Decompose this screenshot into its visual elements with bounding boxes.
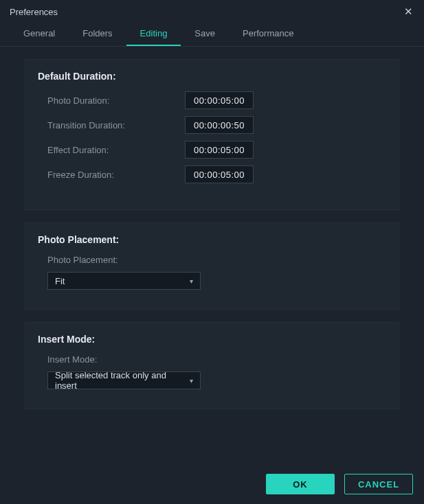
select-insert-mode[interactable]: Split selected track only and insert ▾ — [47, 371, 201, 389]
chevron-down-icon: ▾ — [190, 377, 193, 385]
tab-performance[interactable]: Performance — [229, 23, 307, 46]
input-freeze-duration[interactable]: 00:00:05:00 — [185, 165, 254, 183]
cancel-button[interactable]: CANCEL — [344, 474, 413, 494]
titlebar: Preferences ✕ — [0, 0, 424, 23]
row-photo-duration: Photo Duration: 00:00:05:00 — [38, 91, 386, 109]
chevron-down-icon: ▾ — [190, 277, 193, 285]
panel-title-insert-mode: Insert Mode: — [38, 334, 386, 345]
label-insert-mode: Insert Mode: — [38, 354, 386, 365]
panel-title-default-duration: Default Duration: — [38, 71, 386, 82]
select-photo-placement[interactable]: Fit ▾ — [47, 272, 201, 290]
select-photo-placement-value: Fit — [55, 276, 65, 286]
tab-save[interactable]: Save — [181, 23, 229, 46]
content-area: Default Duration: Photo Duration: 00:00:… — [0, 47, 424, 409]
ok-button[interactable]: OK — [266, 474, 335, 494]
panel-insert-mode: Insert Mode: Insert Mode: Split selected… — [25, 322, 399, 409]
input-photo-duration[interactable]: 00:00:05:00 — [185, 91, 254, 109]
row-effect-duration: Effect Duration: 00:00:05:00 — [38, 141, 386, 159]
panel-default-duration: Default Duration: Photo Duration: 00:00:… — [25, 59, 399, 210]
row-transition-duration: Transition Duration: 00:00:00:50 — [38, 116, 386, 134]
select-insert-mode-value: Split selected track only and insert — [55, 370, 181, 391]
label-photo-placement: Photo Placement: — [38, 255, 386, 265]
window-title: Preferences — [10, 7, 58, 17]
tab-editing[interactable]: Editing — [126, 23, 181, 46]
close-button[interactable]: ✕ — [402, 5, 414, 18]
row-freeze-duration: Freeze Duration: 00:00:05:00 — [38, 165, 386, 183]
tab-folders[interactable]: Folders — [69, 23, 126, 46]
label-transition-duration: Transition Duration: — [47, 120, 185, 130]
tab-general[interactable]: General — [10, 23, 69, 46]
panel-title-photo-placement: Photo Placement: — [38, 234, 386, 245]
close-icon: ✕ — [404, 5, 413, 18]
input-transition-duration[interactable]: 00:00:00:50 — [185, 116, 254, 134]
label-effect-duration: Effect Duration: — [47, 145, 185, 155]
panel-photo-placement: Photo Placement: Photo Placement: Fit ▾ — [25, 222, 399, 310]
footer-buttons: OK CANCEL — [266, 474, 413, 494]
input-effect-duration[interactable]: 00:00:05:00 — [185, 141, 254, 159]
label-freeze-duration: Freeze Duration: — [47, 170, 185, 180]
tabs-bar: General Folders Editing Save Performance — [0, 23, 424, 47]
label-photo-duration: Photo Duration: — [47, 95, 185, 106]
